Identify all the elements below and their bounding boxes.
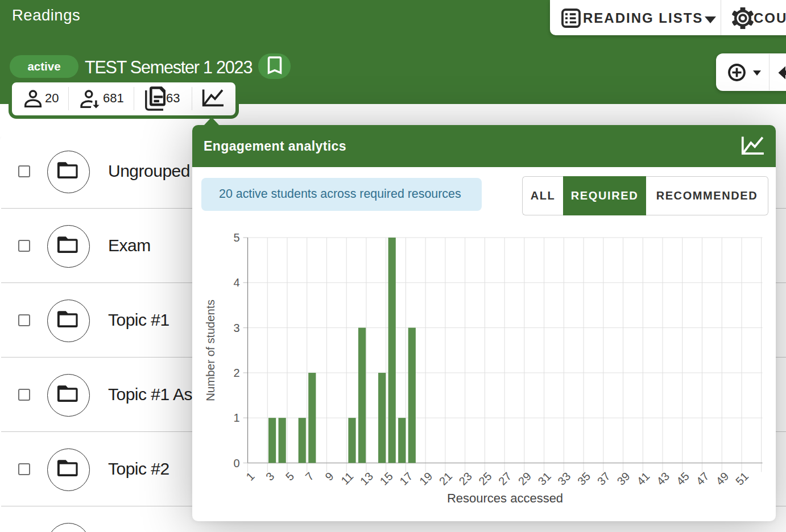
svg-text:23: 23: [457, 469, 474, 487]
svg-text:11: 11: [338, 469, 355, 487]
svg-text:Resources accessed: Resources accessed: [447, 491, 563, 505]
svg-text:45: 45: [674, 469, 692, 487]
svg-text:19: 19: [417, 469, 435, 487]
svg-text:39: 39: [614, 469, 632, 487]
svg-text:15: 15: [378, 469, 395, 487]
svg-text:27: 27: [496, 469, 514, 487]
svg-text:37: 37: [595, 469, 613, 487]
svg-text:17: 17: [397, 469, 415, 487]
svg-text:0: 0: [233, 457, 239, 469]
svg-text:9: 9: [322, 469, 336, 483]
svg-text:41: 41: [634, 469, 652, 487]
svg-text:49: 49: [713, 469, 731, 487]
svg-text:43: 43: [654, 469, 672, 487]
svg-text:Number of students: Number of students: [204, 300, 217, 401]
svg-text:5: 5: [233, 231, 239, 244]
svg-text:51: 51: [733, 469, 751, 487]
svg-text:29: 29: [516, 469, 533, 487]
svg-text:5: 5: [283, 469, 296, 483]
svg-text:3: 3: [233, 322, 239, 334]
svg-text:4: 4: [233, 276, 239, 289]
svg-text:1: 1: [233, 412, 239, 424]
svg-text:25: 25: [476, 469, 494, 487]
svg-text:31: 31: [536, 469, 553, 487]
svg-text:3: 3: [263, 469, 276, 483]
svg-text:2: 2: [233, 367, 239, 379]
svg-text:35: 35: [575, 469, 593, 487]
svg-text:13: 13: [358, 469, 375, 487]
svg-text:21: 21: [437, 469, 454, 487]
svg-text:7: 7: [303, 469, 316, 483]
svg-text:47: 47: [693, 469, 711, 487]
svg-text:1: 1: [243, 469, 257, 483]
svg-text:33: 33: [555, 469, 573, 487]
